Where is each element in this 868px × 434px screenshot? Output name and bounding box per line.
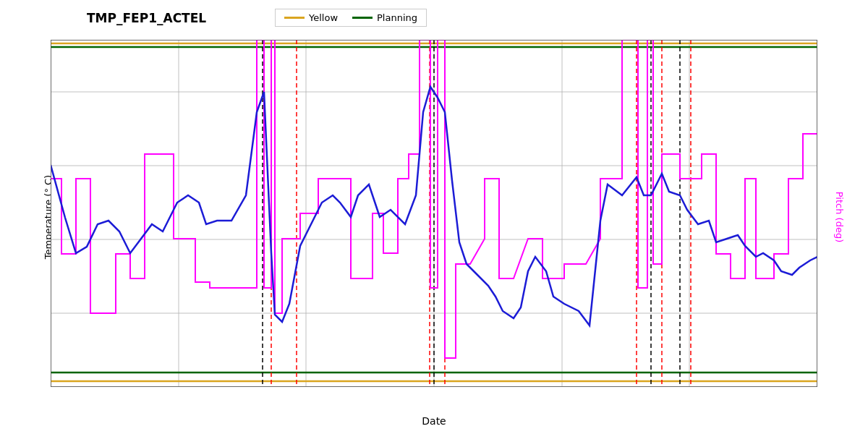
chart-container: TMP_FEP1_ACTEL Yellow Planning Temperatu… — [0, 0, 868, 434]
yellow-label: Yellow — [309, 12, 338, 23]
chart-title: TMP_FEP1_ACTEL — [87, 11, 206, 25]
yellow-line-icon — [284, 17, 305, 19]
legend-planning: Planning — [352, 12, 417, 23]
x-axis-label: Date — [422, 415, 446, 427]
y-axis-right-label: Pitch (deg) — [833, 192, 844, 242]
planning-line-icon — [352, 17, 373, 19]
legend-yellow: Yellow — [284, 12, 338, 23]
planning-label: Planning — [377, 12, 417, 23]
chart-svg: 0 10 20 30 40 40 60 80 100 120 140 160 1… — [51, 40, 817, 387]
legend: Yellow Planning — [275, 9, 427, 27]
